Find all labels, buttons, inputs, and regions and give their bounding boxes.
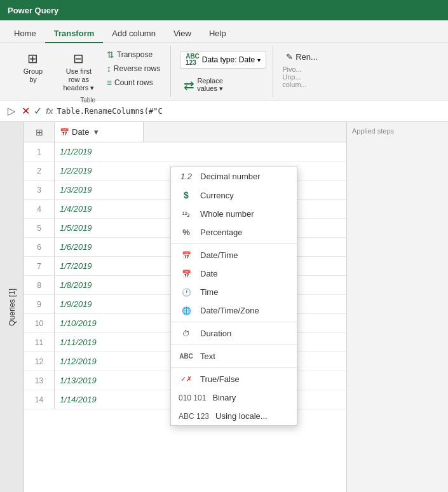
rename-button[interactable]: ✎ Ren... bbox=[282, 51, 322, 63]
row-cell: 1/14/2019 bbox=[55, 395, 144, 404]
transpose-icon: ⇅ bbox=[107, 50, 114, 60]
count-rows-icon: ≡ bbox=[107, 78, 112, 88]
use-first-row-icon: ⊟ bbox=[73, 51, 84, 66]
row-cell: 1/7/2019 bbox=[55, 261, 144, 271]
left-sidebar: Queries [1] bbox=[0, 122, 24, 492]
dropdown-label-date: Date bbox=[200, 269, 217, 278]
sidebar-label: Queries [1] bbox=[8, 289, 17, 326]
formula-content: Table.RenameColumns(#"C bbox=[57, 107, 163, 116]
count-rows-label: Count rows bbox=[114, 78, 153, 87]
fx-label: fx bbox=[46, 106, 53, 116]
formula-expand-button[interactable]: ▷ bbox=[5, 105, 18, 117]
row-cell: 1/8/2019 bbox=[55, 280, 144, 290]
dropdown-icon-locale: ABC 123 bbox=[179, 412, 209, 421]
dropdown-divider bbox=[171, 322, 297, 322]
row-number: 14 bbox=[24, 390, 55, 409]
dropdown-icon-datetimezone: 🌐 bbox=[179, 306, 194, 315]
tab-help[interactable]: Help bbox=[200, 25, 235, 43]
row-number: 3 bbox=[24, 181, 55, 199]
dropdown-label-percentage: Percentage bbox=[200, 228, 243, 237]
formula-bar: ▷ ✕ ✓ fx Table.RenameColumns(#"C bbox=[0, 100, 448, 122]
app-title: Power Query bbox=[8, 6, 58, 15]
tab-home[interactable]: Home bbox=[5, 25, 45, 43]
count-rows-button[interactable]: ≡ Count rows bbox=[103, 76, 164, 89]
date-col-dropdown[interactable]: ▾ bbox=[94, 127, 98, 137]
dropdown-divider bbox=[171, 243, 297, 244]
reverse-rows-button[interactable]: ↕ Reverse rows bbox=[103, 62, 164, 75]
main-area: Queries [1] ⊞ 📅 Date ▾ 1 1/1/2019 2 1/2/… bbox=[0, 122, 448, 492]
dropdown-item-locale[interactable]: ABC 123 Using locale... bbox=[171, 407, 297, 425]
transpose-button[interactable]: ⇅ Transpose bbox=[103, 48, 164, 61]
dropdown-label-truefalse: True/False bbox=[200, 374, 240, 384]
row-cell: 1/4/2019 bbox=[55, 204, 144, 214]
row-num-header: ⊞ bbox=[24, 122, 55, 142]
rename-icon: ✎ bbox=[286, 52, 293, 62]
row-number: 1 bbox=[24, 142, 55, 161]
dropdown-item-whole[interactable]: ¹²₃ Whole number bbox=[171, 205, 297, 223]
dropdown-item-time[interactable]: 🕐 Time bbox=[171, 283, 297, 301]
dropdown-item-text[interactable]: ABC Text bbox=[171, 347, 297, 366]
replace-values-button[interactable]: ⇄ Replacevalues ▾ bbox=[180, 72, 227, 97]
dropdown-item-currency[interactable]: $ Currency bbox=[171, 186, 297, 205]
dropdown-divider bbox=[171, 367, 297, 368]
dropdown-item-duration[interactable]: ⏱ Duration bbox=[171, 324, 297, 343]
dropdown-icon-time: 🕐 bbox=[179, 288, 194, 297]
datatype-dropdown-menu[interactable]: 1.2 Decimal number $ Currency ¹²₃ Whole … bbox=[170, 167, 297, 426]
dropdown-item-percentage[interactable]: % Percentage bbox=[171, 223, 297, 242]
row-cell: 1/2/2019 bbox=[55, 166, 144, 175]
dropdown-label-locale: Using locale... bbox=[215, 411, 268, 421]
table-row[interactable]: 1 1/1/2019 bbox=[24, 142, 346, 161]
row-cell: 1/13/2019 bbox=[55, 376, 144, 385]
tab-add-column[interactable]: Add column bbox=[103, 25, 165, 43]
rename-label: Ren... bbox=[295, 52, 318, 62]
dropdown-item-decimal[interactable]: 1.2 Decimal number bbox=[171, 167, 297, 186]
dropdown-icon-decimal: 1.2 bbox=[179, 172, 194, 181]
row-cell: 1/10/2019 bbox=[55, 318, 144, 328]
dropdown-item-datetime[interactable]: 📅 Date/Time bbox=[171, 246, 297, 264]
ribbon-group-table: ⊞ Groupby ⊟ Use first row asheaders ▾ ⇅ … bbox=[5, 46, 171, 97]
dropdown-label-currency: Currency bbox=[200, 191, 234, 200]
row-cell: 1/9/2019 bbox=[55, 299, 144, 309]
date-col-label: Date bbox=[72, 127, 89, 137]
dropdown-icon-truefalse: ✓✗ bbox=[179, 375, 194, 383]
use-first-row-button[interactable]: ⊟ Use first row asheaders ▾ bbox=[57, 48, 100, 95]
datatype-dropdown-arrow: ▾ bbox=[257, 57, 261, 64]
dropdown-icon-text: ABC bbox=[179, 353, 194, 360]
pivot-label: Pivo... bbox=[282, 65, 302, 73]
row-number: 9 bbox=[24, 295, 55, 313]
row-number: 7 bbox=[24, 257, 55, 275]
formula-cancel-button[interactable]: ✕ bbox=[22, 105, 30, 117]
tab-transform[interactable]: Transform bbox=[45, 25, 104, 43]
row-number: 8 bbox=[24, 276, 55, 294]
grid-icon: ⊞ bbox=[36, 127, 43, 137]
dropdown-item-truefalse[interactable]: ✓✗ True/False bbox=[171, 370, 297, 388]
dropdown-item-binary[interactable]: 010 101 Binary bbox=[171, 388, 297, 407]
dropdown-divider bbox=[171, 345, 297, 345]
dropdown-label-datetimezone: Date/Time/Zone bbox=[200, 306, 259, 315]
formula-confirm-button[interactable]: ✓ bbox=[34, 105, 42, 117]
dropdown-item-date[interactable]: 📅 Date bbox=[171, 264, 297, 283]
datatype-button[interactable]: ABC123 Data type: Date ▾ bbox=[180, 51, 266, 69]
group-by-button[interactable]: ⊞ Groupby bbox=[11, 48, 55, 86]
dropdown-label-duration: Duration bbox=[200, 329, 231, 338]
columns-label: colum... bbox=[282, 81, 307, 88]
ribbon-group-datatype: ABC123 Data type: Date ▾ ⇄ Replacevalues… bbox=[173, 46, 273, 97]
row-number: 13 bbox=[24, 371, 55, 390]
row-number: 2 bbox=[24, 161, 55, 180]
datatype-label: Data type: Date bbox=[202, 55, 255, 64]
data-grid: ⊞ 📅 Date ▾ 1 1/1/2019 2 1/2/2019 3 1/3/2… bbox=[24, 122, 346, 492]
ribbon: ⊞ Groupby ⊟ Use first row asheaders ▾ ⇅ … bbox=[0, 43, 448, 100]
transpose-label: Transpose bbox=[117, 50, 153, 59]
row-cell: 1/12/2019 bbox=[55, 357, 144, 366]
datatype-icon: ABC123 bbox=[186, 53, 200, 66]
dropdown-item-datetimezone[interactable]: 🌐 Date/Time/Zone bbox=[171, 301, 297, 320]
date-column-header[interactable]: 📅 Date ▾ bbox=[55, 122, 144, 142]
right-panel: Applied steps bbox=[346, 122, 448, 492]
dropdown-label-time: Time bbox=[200, 287, 218, 297]
dropdown-icon-currency: $ bbox=[179, 190, 194, 200]
tab-view[interactable]: View bbox=[165, 25, 200, 43]
grid-header: ⊞ 📅 Date ▾ bbox=[24, 122, 346, 142]
right-panel-label: Applied steps bbox=[352, 127, 443, 135]
row-number: 4 bbox=[24, 200, 55, 218]
dropdown-label-text: Text bbox=[200, 352, 215, 361]
